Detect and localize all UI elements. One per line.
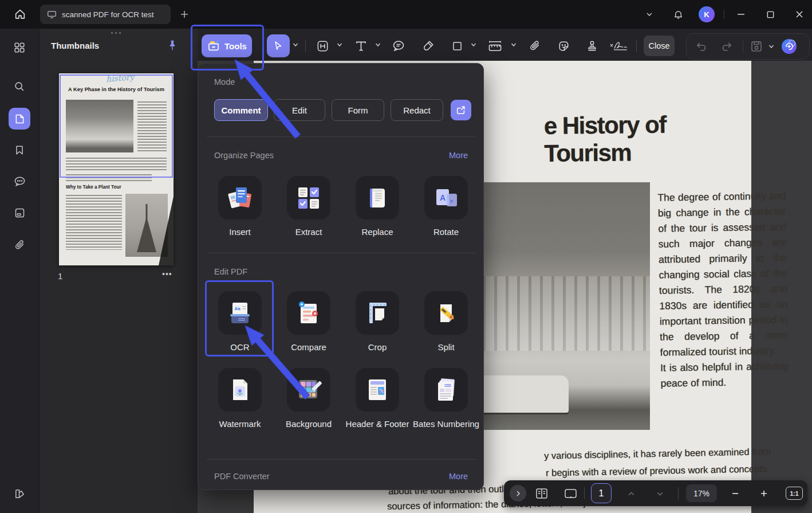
page-thumbnail[interactable]: history A Key Phase in the History of To… bbox=[59, 73, 174, 265]
tile-label-header-footer[interactable]: Header & Footer bbox=[343, 418, 412, 430]
panel-resize-handle[interactable] bbox=[111, 32, 121, 34]
stamp-tool-icon[interactable] bbox=[582, 37, 602, 55]
draw-tools-icon[interactable] bbox=[9, 483, 30, 504]
select-tool-chevron-icon[interactable] bbox=[292, 41, 299, 48]
thumb-viewport-indicator[interactable] bbox=[60, 75, 173, 178]
bookmarks-icon[interactable] bbox=[9, 139, 30, 161]
background-tool-tile[interactable] bbox=[287, 368, 330, 412]
window-close-button[interactable] bbox=[793, 7, 806, 21]
attach-tool-icon[interactable] bbox=[525, 37, 545, 55]
window-maximize-button[interactable] bbox=[763, 7, 777, 21]
ai-assistant-icon[interactable] bbox=[781, 38, 798, 55]
apps-grid-icon[interactable] bbox=[9, 37, 30, 58]
next-page-icon[interactable] bbox=[652, 486, 668, 501]
zoom-level-value[interactable]: 17% bbox=[686, 484, 717, 502]
bottom-navigation-bar: 1 17% 1:1 bbox=[504, 480, 807, 506]
shapes-tool-icon[interactable] bbox=[447, 37, 467, 55]
select-tool-button[interactable] bbox=[267, 34, 290, 57]
reading-view-icon[interactable] bbox=[534, 486, 550, 501]
insert-tool-tile[interactable] bbox=[218, 176, 262, 220]
file-card-icon[interactable] bbox=[9, 202, 30, 224]
tools-box-icon bbox=[207, 40, 220, 52]
titlebar-chevron-down-icon[interactable] bbox=[642, 7, 656, 21]
save-icon[interactable] bbox=[750, 40, 763, 53]
attachments-paperclip-icon[interactable] bbox=[9, 234, 30, 256]
ocr-tool-tile[interactable]: Aa bbox=[218, 291, 262, 335]
converter-more-link[interactable]: More bbox=[449, 472, 468, 481]
split-tool-tile[interactable] bbox=[424, 291, 468, 335]
mode-comment-button[interactable]: Comment bbox=[214, 99, 268, 121]
app-window: scanned PDF for OCR test K bbox=[0, 0, 812, 513]
actual-size-button[interactable]: 1:1 bbox=[786, 487, 803, 500]
new-tab-button[interactable] bbox=[178, 7, 191, 21]
zoom-in-icon[interactable] bbox=[756, 486, 772, 501]
search-icon[interactable] bbox=[9, 76, 30, 97]
rotate-tool-tile[interactable]: A bbox=[424, 176, 468, 220]
page-number-input[interactable]: 1 bbox=[591, 483, 612, 503]
heading-tool-icon[interactable] bbox=[313, 37, 332, 55]
window-minimize-button[interactable] bbox=[734, 7, 748, 21]
tile-label-bates-numbering[interactable]: Bates Numbering bbox=[412, 418, 480, 430]
tile-label-insert[interactable]: Insert bbox=[206, 226, 274, 238]
extract-tool-tile[interactable] bbox=[287, 176, 330, 220]
expand-bar-button[interactable] bbox=[510, 485, 526, 502]
text-tool-chevron-icon[interactable] bbox=[375, 41, 381, 48]
home-button[interactable] bbox=[9, 5, 31, 24]
heading-tool-chevron-icon[interactable] bbox=[336, 41, 343, 48]
open-external-button[interactable] bbox=[451, 100, 471, 120]
main-toolbar: Tools bbox=[198, 29, 812, 61]
tile-label-replace[interactable]: Replace bbox=[343, 226, 412, 238]
header-footer-tool-tile[interactable] bbox=[356, 368, 399, 412]
shapes-tool-chevron-icon[interactable] bbox=[470, 41, 477, 48]
tools-button-label: Tools bbox=[224, 41, 247, 51]
watermark-tool-tile[interactable] bbox=[218, 368, 262, 412]
thumbnails-panel-icon[interactable] bbox=[9, 108, 30, 130]
text-tool-icon[interactable] bbox=[351, 37, 370, 55]
tile-label-extract[interactable]: Extract bbox=[274, 226, 343, 238]
toolbar-separator bbox=[743, 40, 743, 52]
save-chevron-icon[interactable] bbox=[768, 43, 775, 50]
mode-form-button[interactable]: Form bbox=[332, 99, 384, 121]
signature-tool-icon[interactable] bbox=[609, 37, 628, 55]
comment-tool-icon[interactable] bbox=[389, 37, 408, 55]
replace-tool-tile[interactable] bbox=[356, 176, 399, 220]
document-tab[interactable]: scanned PDF for OCR test bbox=[40, 5, 171, 24]
page-bottom-line: r begins with a review of previous work … bbox=[546, 463, 767, 478]
redo-icon[interactable] bbox=[720, 40, 734, 53]
zoom-out-icon[interactable] bbox=[727, 486, 743, 501]
organize-more-link[interactable]: More bbox=[449, 151, 468, 160]
tools-button[interactable]: Tools bbox=[202, 34, 252, 57]
mode-redact-button[interactable]: Redact bbox=[391, 99, 443, 121]
tab-monitor-icon bbox=[47, 10, 57, 19]
sticker-tool-icon[interactable] bbox=[554, 37, 573, 55]
user-avatar[interactable]: K bbox=[699, 6, 715, 22]
bates-numbering-tool-tile[interactable]: 000123 bbox=[424, 368, 468, 412]
comments-icon[interactable] bbox=[9, 170, 30, 192]
tile-label-compare[interactable]: Compare bbox=[274, 342, 343, 353]
measure-tool-chevron-icon[interactable] bbox=[510, 41, 517, 48]
tile-label-watermark[interactable]: Watermark bbox=[206, 418, 274, 430]
tile-label-background[interactable]: Background bbox=[274, 418, 343, 430]
toolbar-right-group bbox=[686, 33, 810, 60]
toolbar-separator bbox=[305, 40, 306, 52]
pin-panel-icon[interactable] bbox=[167, 39, 178, 52]
undo-icon[interactable] bbox=[695, 40, 708, 53]
mode-edit-button[interactable]: Edit bbox=[274, 99, 325, 121]
tab-title: scanned PDF for OCR test bbox=[62, 10, 154, 19]
tile-label-ocr[interactable]: OCR bbox=[206, 342, 274, 353]
crop-tool-tile[interactable] bbox=[356, 291, 399, 335]
thumb-more-menu[interactable]: ••• bbox=[162, 269, 172, 279]
tile-label-crop[interactable]: Crop bbox=[343, 342, 412, 353]
tile-label-rotate[interactable]: Rotate bbox=[412, 226, 480, 238]
tile-label-split[interactable]: Split bbox=[412, 342, 480, 353]
converter-section-label: PDF Converter bbox=[214, 472, 270, 481]
highlighter-tool-icon[interactable] bbox=[418, 37, 437, 55]
svg-text:000123: 000123 bbox=[444, 385, 451, 387]
notifications-bell-icon[interactable] bbox=[671, 7, 685, 21]
compare-tool-tile[interactable] bbox=[287, 291, 330, 335]
measure-tool-icon[interactable] bbox=[485, 37, 504, 55]
thumbnails-panel: Thumbnails history A Key Phase in the Hi… bbox=[40, 29, 198, 513]
close-tools-button[interactable]: Close bbox=[644, 36, 675, 56]
previous-page-icon[interactable] bbox=[623, 486, 639, 501]
presentation-mode-icon[interactable] bbox=[562, 486, 578, 501]
